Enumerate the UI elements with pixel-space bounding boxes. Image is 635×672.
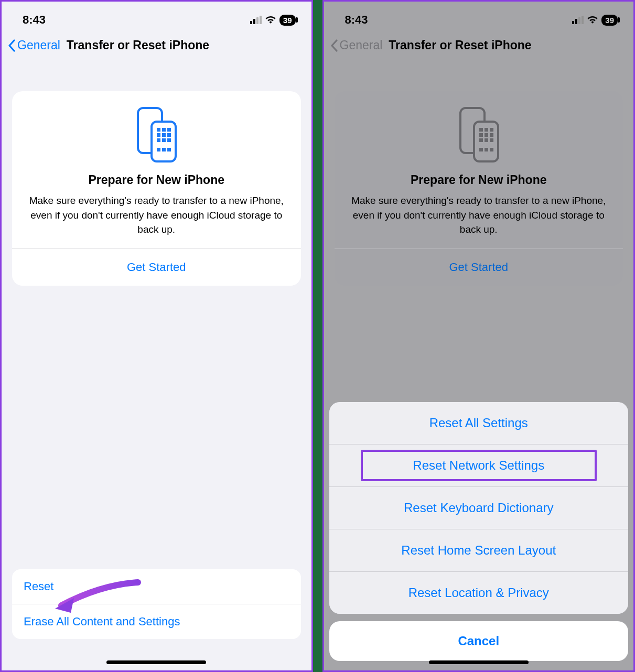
prepare-card: Prepare for New iPhone Make sure everyth…: [12, 91, 301, 286]
reset-action-sheet: Reset All Settings Reset Network Setting…: [329, 402, 629, 614]
transfer-phones-icon: [133, 106, 180, 164]
cellular-signal-icon: [250, 16, 262, 24]
svg-rect-4: [167, 128, 171, 132]
reset-keyboard-dictionary-option[interactable]: Reset Keyboard Dictionary: [329, 486, 629, 529]
status-bar: 8:43 39: [2, 2, 311, 33]
svg-rect-5: [157, 133, 160, 137]
svg-rect-12: [162, 148, 166, 151]
reset-row[interactable]: Reset: [12, 569, 301, 604]
svg-rect-7: [167, 133, 171, 137]
home-indicator[interactable]: [106, 660, 206, 664]
reset-all-settings-option[interactable]: Reset All Settings: [329, 402, 629, 444]
action-sheet-container: Reset All Settings Reset Network Setting…: [329, 402, 629, 661]
svg-rect-13: [167, 148, 171, 151]
status-icons: 39: [250, 15, 296, 26]
back-button[interactable]: General: [8, 38, 60, 52]
battery-icon: 39: [279, 15, 296, 26]
chevron-left-icon: [8, 39, 16, 52]
page-title: Transfer or Reset iPhone: [67, 38, 209, 52]
svg-rect-6: [162, 133, 166, 137]
svg-rect-10: [167, 138, 171, 142]
back-label: General: [17, 38, 60, 52]
bottom-options-list: Reset Erase All Content and Settings: [12, 569, 301, 639]
svg-rect-2: [157, 128, 160, 132]
card-heading: Prepare for New iPhone: [23, 173, 290, 187]
svg-rect-9: [162, 138, 166, 142]
screen-reset-sheet: 8:43 39 General Transfer or Reset iPhone: [322, 0, 636, 672]
svg-rect-8: [157, 138, 160, 142]
svg-rect-3: [162, 128, 166, 132]
reset-home-screen-layout-option[interactable]: Reset Home Screen Layout: [329, 529, 629, 571]
reset-location-privacy-option[interactable]: Reset Location & Privacy: [329, 571, 629, 614]
nav-bar: General Transfer or Reset iPhone: [2, 33, 311, 60]
wifi-icon: [265, 16, 276, 24]
status-time: 8:43: [23, 13, 46, 27]
get-started-button[interactable]: Get Started: [23, 249, 290, 286]
erase-all-row[interactable]: Erase All Content and Settings: [12, 604, 301, 639]
screen-transfer-reset: 8:43 39 General Transfer or Reset iPhone: [0, 0, 313, 672]
svg-rect-11: [157, 148, 160, 151]
card-body: Make sure everything's ready to transfer…: [23, 193, 290, 248]
home-indicator[interactable]: [429, 660, 529, 664]
reset-network-settings-option[interactable]: Reset Network Settings: [329, 444, 629, 486]
cancel-button[interactable]: Cancel: [329, 621, 629, 661]
